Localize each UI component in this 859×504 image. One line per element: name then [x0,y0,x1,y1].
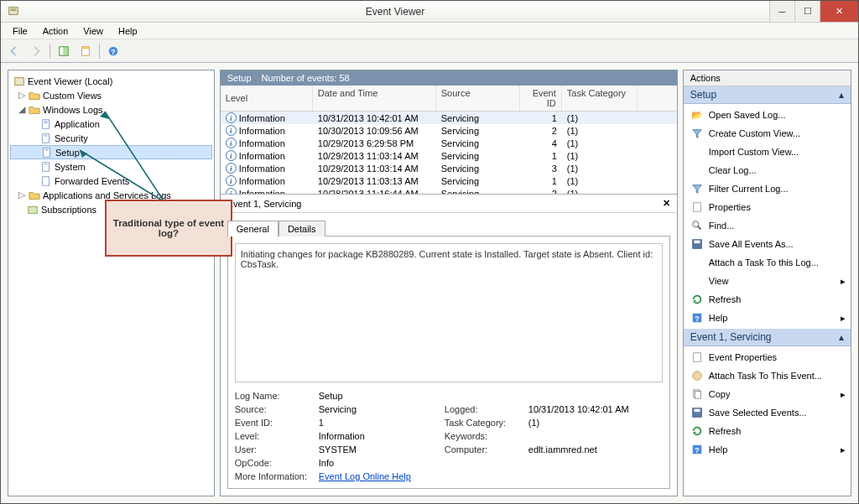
tree-security[interactable]: Security [10,131,212,145]
nav-tree[interactable]: Event Viewer (Local) ▷Custom Views ◢Wind… [8,70,214,220]
help-button[interactable]: ? [103,42,123,60]
tree-root[interactable]: Event Viewer (Local) [10,74,212,88]
svg-rect-20 [29,206,38,213]
grid-body[interactable]: i Information10/31/2013 10:42:01 AMServi… [221,112,677,195]
val-computer: edlt.iammred.net [528,444,663,455]
menu-action[interactable]: Action [36,24,75,38]
tree-label: Security [55,133,88,143]
col-date[interactable]: Date and Time [313,86,436,111]
svg-rect-35 [695,392,700,399]
tree-pane: Event Viewer (Local) ▷Custom Views ◢Wind… [8,70,215,496]
back-button[interactable] [4,42,24,60]
table-row[interactable]: i Information10/29/2013 11:03:13 AMServi… [221,174,677,187]
action-copy[interactable]: Copy▸ [684,385,851,403]
action-group-event[interactable]: Event 1, Servicing▴ [684,329,851,346]
detail-close-icon[interactable]: ✕ [663,198,670,209]
val-taskcat: (1) [528,418,663,428]
table-row[interactable]: i Information10/29/2013 11:03:14 AMServi… [221,149,677,162]
chevron-right-icon: ▸ [841,389,846,400]
action-attach-task[interactable]: Attach a Task To this Log... [684,253,851,272]
collapse-icon[interactable]: ▴ [839,89,844,101]
action-create-custom[interactable]: Create Custom View... [684,124,851,143]
blank-icon [690,256,704,269]
collapse-icon[interactable]: ▴ [839,331,844,343]
menu-help[interactable]: Help [112,24,144,38]
tree-setup[interactable]: Setup [10,145,212,159]
table-row[interactable]: i Information10/29/2013 6:29:58 PMServic… [221,137,677,149]
tab-details[interactable]: Details [279,221,325,236]
svg-rect-16 [44,149,48,150]
val-source: Servicing [319,404,436,414]
action-label: Save All Events As... [709,239,794,249]
minimize-button[interactable]: ─ [769,1,794,22]
col-level[interactable]: Level [221,86,313,111]
save-icon [690,237,704,251]
val-level: Information [319,431,436,441]
svg-rect-1 [11,8,17,9]
table-row[interactable]: i Information10/28/2013 11:16:44 AMServi… [221,187,677,195]
action-list-2: Event Properties Attach Task To This Eve… [684,346,851,460]
tree-application[interactable]: Application [10,117,212,131]
action-refresh-2[interactable]: Refresh [684,422,851,440]
action-find[interactable]: Find... [684,216,851,235]
svg-text:?: ? [695,314,699,323]
col-event-id[interactable]: Event ID [520,86,562,111]
menu-view[interactable]: View [76,24,110,38]
detail-title: Event 1, Servicing [227,199,302,209]
lbl-taskcat: Task Category: [445,418,520,428]
action-label: Refresh [709,426,742,436]
col-source[interactable]: Source [436,86,520,111]
grid-header[interactable]: Level Date and Time Source Event ID Task… [221,86,677,112]
action-group-setup[interactable]: Setup▴ [684,86,851,104]
table-row[interactable]: i Information10/30/2013 10:09:56 AMServi… [221,124,677,137]
col-task[interactable]: Task Category [562,86,638,111]
action-clear-log[interactable]: Clear Log... [684,161,851,179]
tree-forwarded[interactable]: Forwarded Events [10,174,212,188]
link-moreinfo[interactable]: Event Log Online Help [319,471,436,481]
action-import-custom[interactable]: Import Custom View... [684,143,851,161]
close-button[interactable]: ✕ [820,1,858,22]
table-row[interactable]: i Information10/29/2013 11:03:14 AMServi… [221,162,677,174]
svg-rect-17 [43,162,49,171]
maximize-button[interactable]: ☐ [794,1,820,22]
val-user: SYSTEM [319,444,436,455]
tree-label: System [55,162,86,172]
chevron-right-icon: ▸ [841,276,846,287]
prop-button[interactable] [75,42,96,60]
annotation-callout: Traditional type of event log? [105,200,232,257]
event-properties-grid: Log Name:Setup Source:Servicing Logged:1… [235,391,663,481]
action-label: Clear Log... [709,165,757,175]
forward-button[interactable] [26,42,46,60]
tab-general[interactable]: General [227,221,279,236]
action-refresh[interactable]: Refresh [684,290,851,309]
table-row[interactable]: i Information10/31/2013 10:42:01 AMServi… [221,112,677,124]
action-save-all[interactable]: Save All Events As... [684,235,851,253]
action-properties[interactable]: Properties [684,198,851,216]
task-icon [690,369,704,382]
action-help[interactable]: ?Help▸ [684,309,851,327]
action-filter-log[interactable]: Filter Current Log... [684,179,851,198]
action-attach-event[interactable]: Attach Task To This Event... [684,366,851,385]
action-help-2[interactable]: ?Help▸ [684,440,851,459]
lbl-moreinfo: More Information: [235,471,310,481]
chevron-right-icon: ▸ [841,444,846,455]
blank-icon [690,164,704,177]
tree-label: Custom Views [43,91,102,101]
event-grid[interactable]: Level Date and Time Source Event ID Task… [221,86,677,195]
tree-windows-logs[interactable]: ◢Windows Logs [10,102,212,117]
lbl-level: Level: [235,431,310,441]
tree-label: Setup [55,148,80,158]
svg-rect-32 [693,353,700,362]
group-label: Setup [690,89,716,101]
action-event-props[interactable]: Event Properties [684,348,851,366]
scope-button[interactable] [54,42,74,60]
lbl-logname: Log Name: [235,391,310,401]
menu-file[interactable]: File [6,24,34,38]
tree-system[interactable]: System [10,159,212,174]
tree-custom-views[interactable]: ▷Custom Views [10,88,212,102]
help-icon: ? [690,443,704,456]
action-view[interactable]: View▸ [684,272,851,290]
action-open-saved[interactable]: 📂Open Saved Log... [684,106,851,124]
toolbar-separator [49,44,50,59]
action-save-selected[interactable]: Save Selected Events... [684,403,851,422]
